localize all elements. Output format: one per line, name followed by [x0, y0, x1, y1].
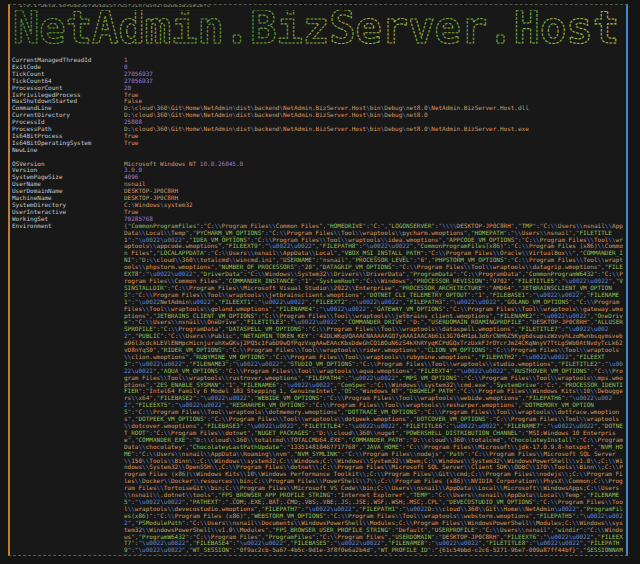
- property-name: CurrentManagedThreadId: [12, 57, 124, 64]
- terminal-screen: 1.0.1-beta.98+8a05b79b1b25f7d5f516fa581f…: [0, 0, 640, 564]
- property-value: 20: [124, 85, 625, 92]
- property-value: D:\cloud\360\Git\Home\NetAdmin\dist\back…: [124, 112, 625, 119]
- property-name: SystemPageSize: [12, 174, 124, 181]
- banner-text: NetAdmin.BizServer.Host: [13, 10, 619, 52]
- property-value: [124, 147, 625, 154]
- property-value: 1: [124, 57, 625, 64]
- property-name: TickCount: [12, 71, 124, 78]
- property-name: OSVersion: [12, 161, 124, 168]
- property-name: UserInteractive: [12, 209, 124, 216]
- property-name: WorkingSet: [12, 216, 124, 223]
- property-name: NewLine: [12, 147, 124, 154]
- property-name: ProcessorCount: [12, 85, 124, 92]
- property-name: ProcessPath: [12, 126, 124, 133]
- property-value: nsnail: [124, 181, 625, 188]
- property-value: 3.0.0: [124, 167, 625, 174]
- property-name: ProcessId: [12, 119, 124, 126]
- property-value: 4096: [124, 174, 625, 181]
- property-value: D:\cloud\360\Git\Home\NetAdmin\dist\back…: [124, 105, 625, 112]
- property-value: Microsoft Windows NT 10.0.26045.0: [124, 161, 625, 168]
- console-panel: 1.0.1-beta.98+8a05b79b1b25f7d5f516fa581f…: [8, 4, 628, 556]
- property-name: Version: [12, 167, 124, 174]
- version-label: 1.0.1-beta.98+8a05b79b1b25f7d5f516fa581f…: [16, 4, 213, 9]
- property-value: D:\cloud\360\Git\Home\NetAdmin\dist\back…: [124, 126, 625, 133]
- properties-grid: CurrentManagedThreadId1ExitCode0TickCoun…: [12, 57, 625, 556]
- property-value: False: [124, 98, 625, 105]
- property-value: True: [124, 209, 625, 216]
- property-value: 0: [124, 64, 625, 71]
- property-name: Is64BitProcess: [12, 133, 124, 140]
- property-value: True: [124, 140, 625, 147]
- property-value: 25808: [124, 119, 625, 126]
- property-name: HasShutdownStarted: [12, 98, 124, 105]
- property-name: Is64BitOperatingSystem: [12, 140, 124, 147]
- property-value: 27056937: [124, 71, 625, 78]
- property-value: True: [124, 133, 625, 140]
- property-value: DESKTOP-JP0C8RH: [124, 195, 625, 202]
- property-name: TickCount64: [12, 78, 124, 85]
- property-value: {"CommonProgramFiles":"C:\\Program Files…: [124, 223, 625, 556]
- property-name: UserDomainName: [12, 188, 124, 195]
- property-name: CurrentDirectory: [12, 112, 124, 119]
- property-name: SystemDirectory: [12, 202, 124, 209]
- ascii-art-banner: NetAdmin.BizServer.Host: [12, 10, 624, 52]
- property-value: 27056937: [124, 78, 625, 85]
- property-name: CommandLine: [12, 105, 124, 112]
- property-name: IsPrivilegedProcess: [12, 92, 124, 99]
- property-value: True: [124, 92, 625, 99]
- property-name: UserName: [12, 181, 124, 188]
- property-name: Environment: [12, 223, 124, 556]
- property-name: MachineName: [12, 195, 124, 202]
- property-value: 70285768: [124, 216, 625, 223]
- property-value: C:\Windows\system32: [124, 202, 625, 209]
- property-value: DESKTOP-JP0C8RH: [124, 188, 625, 195]
- property-name: ExitCode: [12, 64, 124, 71]
- banner: NetAdmin.BizServer.Host: [12, 10, 626, 56]
- blank-line: [12, 154, 625, 161]
